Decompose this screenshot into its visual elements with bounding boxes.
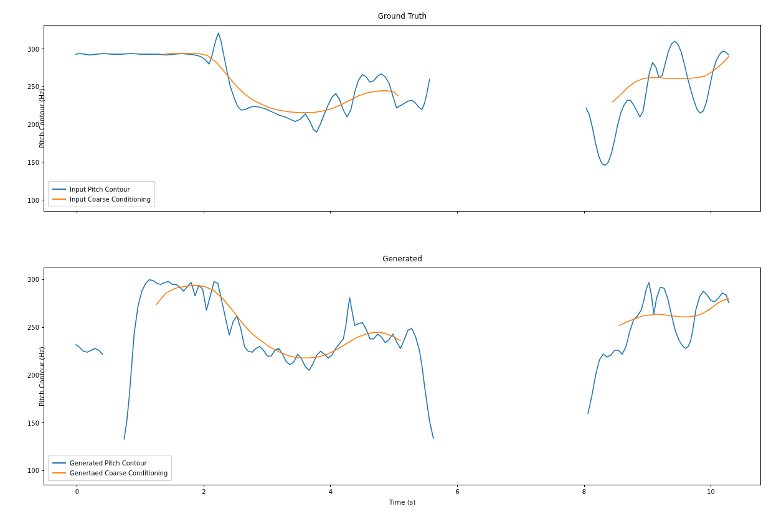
series-gt_cond_a: [163, 54, 398, 113]
x-tick-label: 0: [75, 488, 79, 495]
x-tick-label: 6: [455, 488, 459, 495]
legend-entry: Genertaed Coarse Conditioning: [52, 468, 168, 478]
axes-title: Generated: [44, 254, 760, 263]
x-axis-label: Time (s): [44, 498, 760, 506]
figure: Ground TruthPitch Contour (Hz)1001502002…: [0, 0, 771, 532]
legend-swatch: [52, 472, 66, 474]
legend: Generated Pitch ContourGenertaed Coarse …: [48, 455, 172, 481]
y-tick-label: 150: [27, 419, 39, 426]
series-gt_pitch_a: [76, 33, 430, 132]
series-gen_cond_a: [156, 286, 400, 358]
legend-entry: Generated Pitch Contour: [52, 458, 168, 468]
y-tick-label: 300: [27, 45, 39, 52]
x-tick-label: 2: [202, 488, 206, 495]
legend-entry: Input Coarse Conditioning: [52, 194, 151, 204]
plot-area: [44, 268, 762, 486]
series-gen_pitch_a: [76, 345, 103, 354]
y-tick-label: 300: [27, 276, 39, 283]
series-gt_pitch_b: [586, 42, 729, 166]
legend-label: Input Coarse Conditioning: [70, 196, 151, 203]
legend: Input Pitch ContourInput Coarse Conditio…: [48, 181, 155, 207]
legend-label: Generated Pitch Contour: [70, 460, 147, 467]
series-gen_pitch_c: [588, 282, 729, 413]
axes-title: Ground Truth: [44, 12, 760, 21]
y-tick-label: 250: [27, 324, 39, 331]
y-tick-label: 150: [27, 159, 39, 166]
y-tick-label: 200: [27, 371, 39, 378]
legend-entry: Input Pitch Contour: [52, 184, 151, 194]
series-gen_pitch_b: [124, 279, 433, 439]
ax-top: Ground TruthPitch Contour (Hz)1001502002…: [44, 25, 761, 212]
x-tick-label: 10: [707, 488, 715, 495]
legend-swatch: [52, 189, 66, 190]
ax-bot: GeneratedPitch Contour (Hz)Time (s)10015…: [44, 268, 761, 485]
legend-label: Input Pitch Contour: [70, 186, 130, 193]
y-tick-label: 100: [27, 467, 39, 474]
y-tick-label: 200: [27, 121, 39, 128]
legend-swatch: [52, 462, 66, 464]
x-tick-label: 8: [582, 488, 586, 495]
legend-label: Genertaed Coarse Conditioning: [70, 470, 168, 477]
series-gen_cond_b: [619, 299, 729, 325]
y-tick-label: 250: [27, 83, 39, 90]
y-tick-label: 100: [27, 197, 39, 203]
x-tick-label: 4: [329, 488, 333, 495]
legend-swatch: [52, 198, 66, 200]
